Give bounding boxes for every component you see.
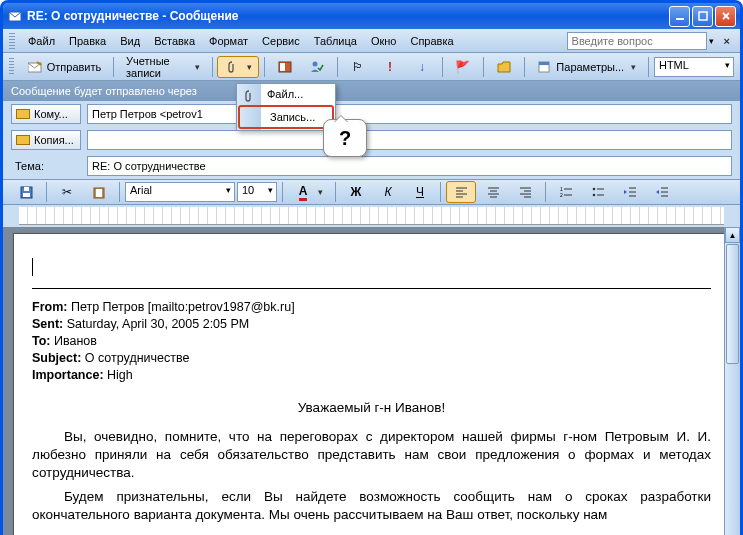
titlebar: RE: О сотрудничестве - Сообщение xyxy=(3,3,740,29)
format-toolbar: ✂ Arial 10 A Ж К Ч 12 xyxy=(3,179,740,205)
menu-file[interactable]: Файл xyxy=(21,32,62,50)
help-callout: ? xyxy=(323,119,367,157)
italic-button[interactable]: К xyxy=(373,181,403,203)
info-text: Сообщение будет отправлено через xyxy=(11,85,197,97)
svg-point-16 xyxy=(592,188,595,191)
address-book-button[interactable] xyxy=(270,56,300,78)
save-button[interactable] xyxy=(11,181,41,203)
menu-edit[interactable]: Правка xyxy=(62,32,113,50)
paragraph-2: Будем признательны, если Вы найдете возм… xyxy=(32,488,711,524)
attach-file-item[interactable]: Файл... xyxy=(237,84,335,104)
menubar: Файл Правка Вид Вставка Формат Сервис Та… xyxy=(3,29,740,53)
open-folder-button[interactable] xyxy=(489,56,519,78)
svg-rect-2 xyxy=(699,12,707,20)
menu-format[interactable]: Формат xyxy=(202,32,255,50)
importance-low-button[interactable]: ↓ xyxy=(407,56,437,78)
close-button[interactable] xyxy=(715,6,736,27)
font-select[interactable]: Arial xyxy=(125,182,235,202)
bold-button[interactable]: Ж xyxy=(341,181,371,203)
paragraph-1: Вы, очевидно, помните, что на переговора… xyxy=(32,428,711,483)
ruler-container xyxy=(3,205,740,227)
align-left-icon xyxy=(453,184,469,200)
outdent-button[interactable] xyxy=(615,181,645,203)
accounts-button[interactable]: Учетные записи xyxy=(119,56,207,78)
svg-rect-11 xyxy=(24,187,29,191)
hdr-sent: Sent: Saturday, April 30, 2005 2:05 PM xyxy=(32,316,711,333)
send-icon xyxy=(27,59,43,75)
menu-help[interactable]: Справка xyxy=(403,32,460,50)
align-left-button[interactable] xyxy=(446,181,476,203)
follow-up-button[interactable]: 🚩 xyxy=(448,56,478,78)
paste-button[interactable] xyxy=(84,181,114,203)
book-icon xyxy=(277,59,293,75)
importance-high-button[interactable]: ! xyxy=(375,56,405,78)
permission-button[interactable]: 🏳 xyxy=(343,56,373,78)
cc-input[interactable] xyxy=(87,130,732,150)
flag-icon: 🏳 xyxy=(350,59,366,75)
vertical-scrollbar[interactable]: ▲ xyxy=(724,227,740,535)
menu-view[interactable]: Вид xyxy=(113,32,147,50)
toolbar-grip[interactable] xyxy=(9,33,15,49)
paperclip-icon xyxy=(224,59,240,75)
bullist-icon xyxy=(590,184,606,200)
check-names-button[interactable] xyxy=(302,56,332,78)
send-button[interactable]: Отправить xyxy=(20,56,109,78)
help-search[interactable] xyxy=(567,32,707,50)
numbered-list-button[interactable]: 12 xyxy=(551,181,581,203)
window-buttons xyxy=(669,6,736,27)
svg-rect-1 xyxy=(676,18,684,20)
cursor xyxy=(32,258,711,276)
menu-window[interactable]: Окно xyxy=(364,32,404,50)
cut-button[interactable]: ✂ xyxy=(52,181,82,203)
to-icon xyxy=(16,109,30,119)
clipboard-icon xyxy=(91,184,107,200)
to-row: Кому... xyxy=(3,101,740,127)
svg-rect-8 xyxy=(539,62,549,65)
menu-insert[interactable]: Вставка xyxy=(147,32,202,50)
menu-table[interactable]: Таблица xyxy=(307,32,364,50)
font-color-icon: A xyxy=(295,184,311,200)
attach-record-item[interactable]: Запись... xyxy=(238,105,334,129)
align-right-button[interactable] xyxy=(510,181,540,203)
scroll-thumb[interactable] xyxy=(726,244,739,364)
menu-service[interactable]: Сервис xyxy=(255,32,307,50)
to-button[interactable]: Кому... xyxy=(11,104,81,124)
message-body[interactable]: From: Петр Петров [mailto:petrov1987@bk.… xyxy=(13,233,730,535)
cc-icon xyxy=(16,135,30,145)
italic-icon: К xyxy=(380,184,396,200)
font-size-select[interactable]: 10 xyxy=(237,182,277,202)
indent-button[interactable] xyxy=(647,181,677,203)
help-dropdown-icon[interactable]: ▾ xyxy=(709,36,714,46)
hdr-importance: Importance: High xyxy=(32,367,711,384)
cc-row: Копия... xyxy=(3,127,740,153)
font-color-button[interactable]: A xyxy=(288,181,330,203)
cc-button[interactable]: Копия... xyxy=(11,130,81,150)
doc-close-button[interactable]: × xyxy=(720,35,734,47)
align-center-icon xyxy=(485,184,501,200)
maximize-button[interactable] xyxy=(692,6,713,27)
info-bar: Сообщение будет отправлено через xyxy=(3,81,740,101)
svg-rect-13 xyxy=(96,189,102,197)
salutation: Уважаемый г-н Иванов! xyxy=(32,399,711,417)
underline-icon: Ч xyxy=(412,184,428,200)
minimize-button[interactable] xyxy=(669,6,690,27)
underline-button[interactable]: Ч xyxy=(405,181,435,203)
format-select[interactable]: HTML xyxy=(654,57,734,77)
options-button[interactable]: Параметры... xyxy=(529,56,643,78)
align-center-button[interactable] xyxy=(478,181,508,203)
subject-input[interactable] xyxy=(87,156,732,176)
callout-text: ? xyxy=(339,127,351,150)
flag-red-icon: 🚩 xyxy=(455,59,471,75)
svg-point-6 xyxy=(313,61,318,66)
bullet-list-button[interactable] xyxy=(583,181,613,203)
scroll-up-button[interactable]: ▲ xyxy=(725,227,740,243)
toolbar-grip[interactable] xyxy=(9,58,14,76)
numlist-icon: 12 xyxy=(558,184,574,200)
callout-bubble: ? xyxy=(323,119,367,157)
app-icon xyxy=(7,8,23,24)
hdr-subject: Subject: О сотрудничестве xyxy=(32,350,711,367)
folder-icon xyxy=(496,59,512,75)
ruler[interactable] xyxy=(19,207,724,225)
to-input[interactable] xyxy=(87,104,732,124)
attach-button[interactable] xyxy=(217,56,259,78)
